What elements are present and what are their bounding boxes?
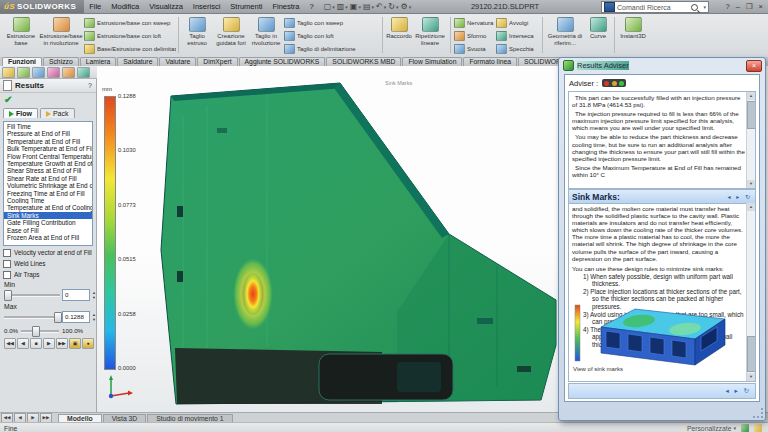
extruded-cut-button[interactable]: Taglio estruso xyxy=(182,15,212,55)
menu-item[interactable]: Modifica xyxy=(106,2,144,11)
command-tab[interactable]: Funzioni xyxy=(2,57,42,66)
results-list-item[interactable]: Gate Filling Contribution xyxy=(4,219,92,226)
velocity-vector-checkbox[interactable]: Velocity vector at end of Fill xyxy=(3,248,95,257)
results-list-item[interactable]: Temperature at End of Fill xyxy=(4,138,92,145)
results-list-item[interactable]: Fill Time xyxy=(4,123,92,130)
dimxpert-manager-icon[interactable] xyxy=(47,67,60,78)
shell-button[interactable]: Svuota xyxy=(454,43,494,55)
max-slider-thumb[interactable] xyxy=(54,312,62,323)
linear-pattern-button[interactable]: Ripetizione lineare xyxy=(414,15,446,55)
rib-button[interactable]: Nervatura xyxy=(454,17,494,29)
scroll-down-icon[interactable]: ▼ xyxy=(747,180,755,188)
command-tab[interactable]: Schizzo xyxy=(43,57,79,66)
clipping-slider-thumb[interactable] xyxy=(32,326,40,337)
sheet-status-icon[interactable] xyxy=(741,424,749,432)
dialog-title-bar[interactable]: Results Adviser xyxy=(559,58,765,72)
restore-icon[interactable]: ❐ xyxy=(746,2,753,11)
scroll-up-icon[interactable]: ▲ xyxy=(747,203,755,211)
results-list-item[interactable]: Volumetric Shrinkage at End of Fill xyxy=(4,182,92,189)
air-traps-checkbox[interactable]: Air Traps xyxy=(3,270,95,279)
lofted-cut-button[interactable]: Taglio con loft xyxy=(284,30,380,42)
save-icon[interactable]: ▣▾ xyxy=(350,2,361,11)
undo-icon[interactable]: ↶▾ xyxy=(376,2,386,11)
command-tab[interactable]: Aggiunte SOLIDWORKS xyxy=(239,57,326,66)
search-dropdown-icon[interactable]: ▾ xyxy=(703,4,706,10)
feature-manager-icon[interactable] xyxy=(2,67,15,78)
search-input[interactable]: Comandi Ricerca ▾ xyxy=(601,1,709,13)
record-animation-button[interactable]: ● xyxy=(82,338,94,349)
results-list-item[interactable]: Sink Marks xyxy=(4,212,92,219)
configuration-manager-icon[interactable] xyxy=(32,67,45,78)
command-tab[interactable]: Saldature xyxy=(117,57,158,66)
results-list-item[interactable]: Pressure at End of Fill xyxy=(4,130,92,137)
results-list-item[interactable]: Freezing Time at End of Fill xyxy=(4,190,92,197)
search-icon[interactable] xyxy=(691,4,698,11)
search-scope-icon[interactable] xyxy=(604,2,615,12)
plastics-manager-icon[interactable] xyxy=(77,67,90,78)
scroll-down-icon[interactable]: ▼ xyxy=(747,373,755,381)
adviser-summary-box[interactable]: This part can be successfully filled wit… xyxy=(568,91,756,189)
max-value-field[interactable]: 0.1288▲▼ xyxy=(62,311,90,323)
curves-button[interactable]: Curve xyxy=(586,15,610,55)
extruded-boss-button[interactable]: Estrusione base xyxy=(4,15,38,55)
save-animation-button[interactable]: ▣ xyxy=(69,338,81,349)
section-nav-icons[interactable]: ◂ ▸ ↻ xyxy=(728,193,752,200)
ok-button[interactable]: ✔ xyxy=(4,94,12,105)
min-slider-thumb[interactable] xyxy=(4,290,12,301)
results-list-item[interactable]: Cooling Time xyxy=(4,197,92,204)
command-tab[interactable]: DimXpert xyxy=(197,57,237,66)
clipping-slider[interactable] xyxy=(21,326,59,335)
print-icon[interactable]: ▤▾ xyxy=(363,2,374,11)
scroll-up-icon[interactable]: ▲ xyxy=(747,92,755,100)
rebuild-icon[interactable]: ↻▾ xyxy=(388,2,398,11)
go-to-end-button[interactable]: ▶▶ xyxy=(56,338,68,349)
new-document-icon[interactable]: ▢▾ xyxy=(324,2,335,11)
reference-geometry-button[interactable]: Geometria di riferim... xyxy=(546,15,584,55)
close-icon[interactable]: × xyxy=(759,2,763,11)
command-tab[interactable]: SOLIDWORKS MBD xyxy=(326,57,401,66)
weld-lines-checkbox[interactable]: Weld Lines xyxy=(3,259,95,268)
tab-flow[interactable]: Flow xyxy=(3,108,38,118)
detail-scrollbar[interactable]: ▲ ▼ xyxy=(746,203,755,381)
results-list-item[interactable]: Shear Rate at End of Fill xyxy=(4,175,92,182)
go-to-start-button[interactable]: ◀◀ xyxy=(4,338,16,349)
wrap-button[interactable]: Avvolgi xyxy=(496,17,538,29)
units-label[interactable]: Personalizzate xyxy=(687,425,732,432)
sink-marks-section-header[interactable]: Sink Marks: ◂ ▸ ↻ xyxy=(568,189,756,204)
bottom-nav-icons[interactable]: ◂ ▸ ↻ xyxy=(725,387,751,395)
results-list-item[interactable]: Bulk Temperature at End of Fill xyxy=(4,145,92,152)
swept-boss-button[interactable]: Estrusione/base con sweep xyxy=(84,17,176,29)
lofted-boss-button[interactable]: Estrusione/base con loft xyxy=(84,30,176,42)
mirror-button[interactable]: Specchia xyxy=(496,43,538,55)
min-slider[interactable] xyxy=(4,290,60,299)
units-dropdown-icon[interactable]: ▾ xyxy=(733,425,736,431)
results-list-item[interactable]: Frozen Area at End of Fill xyxy=(4,234,92,241)
instant3d-button[interactable]: Instant3D xyxy=(618,15,648,55)
stop-button[interactable]: ■ xyxy=(30,338,42,349)
help-icon[interactable]: ? xyxy=(88,82,92,89)
boundary-cut-button[interactable]: Taglio di delimitazione xyxy=(284,43,380,55)
sink-marks-detail-box[interactable]: and solidified, the molten core material… xyxy=(568,203,756,382)
revolved-cut-button[interactable]: Taglio in rivoluzione xyxy=(250,15,282,55)
minimize-icon[interactable]: – xyxy=(736,2,740,11)
boundary-boss-button[interactable]: Base/Estrusione con delimitazione xyxy=(84,43,176,55)
menu-item[interactable]: ? xyxy=(305,2,319,11)
command-tab[interactable]: Valutare xyxy=(159,57,196,66)
open-icon[interactable]: ▥▾ xyxy=(337,2,348,11)
revolved-boss-button[interactable]: Estrusione/base in rivoluzione xyxy=(40,15,82,55)
dialog-close-button[interactable]: × xyxy=(746,60,762,72)
help-icon[interactable]: ? xyxy=(726,2,730,11)
tab-pack[interactable]: Pack xyxy=(40,108,75,118)
min-value-field[interactable]: 0▲▼ xyxy=(62,289,90,301)
display-manager-icon[interactable] xyxy=(62,67,75,78)
intersect-button[interactable]: Interseca xyxy=(496,30,538,42)
summary-scrollbar[interactable]: ▲ ▼ xyxy=(746,92,755,188)
results-list-item[interactable]: Shear Stress at End of Fill xyxy=(4,167,92,174)
menu-item[interactable]: Strumenti xyxy=(225,2,267,11)
command-tab[interactable]: Formato linea xyxy=(463,57,517,66)
swept-cut-button[interactable]: Taglio con sweep xyxy=(284,17,380,29)
menu-item[interactable]: Visualizza xyxy=(144,2,188,11)
results-list-item[interactable]: Temperature at End of Cooling xyxy=(4,204,92,211)
edit-status-icon[interactable] xyxy=(754,424,762,432)
max-slider[interactable] xyxy=(4,312,60,321)
